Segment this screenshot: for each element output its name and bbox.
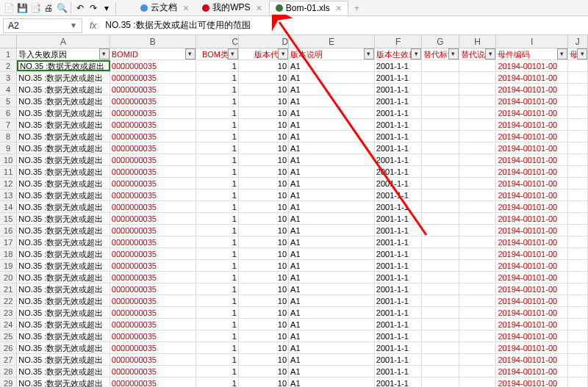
cell[interactable] — [568, 366, 588, 377]
tab-my-wps[interactable]: 我的WPS × — [196, 1, 269, 15]
cell[interactable]: 20194-00101-00 — [496, 72, 567, 83]
cell[interactable]: NO.35 :数据无效或超出 — [17, 84, 110, 95]
cell[interactable] — [459, 236, 497, 247]
row-header[interactable]: 25 — [0, 330, 17, 341]
spreadsheet-grid[interactable]: 1导入失败原因▾BOMID▾BOM类别▾版本代号▾版本说明▾版本生效日▾替代标识… — [0, 48, 588, 387]
cell[interactable] — [422, 72, 459, 83]
cell[interactable] — [568, 201, 588, 212]
cell[interactable]: 10 — [239, 225, 289, 236]
cell[interactable]: 2001-1-1 — [375, 225, 422, 236]
cell[interactable]: A1 — [289, 225, 375, 236]
cell[interactable]: 0000000035 — [110, 142, 196, 153]
cell[interactable]: 10 — [239, 60, 289, 71]
cell[interactable]: 0000000035 — [110, 330, 196, 341]
cell[interactable]: NO.35 :数据无效或超出 — [17, 60, 110, 71]
cell[interactable]: 0000000035 — [110, 154, 196, 165]
cell[interactable] — [568, 342, 588, 353]
cell[interactable]: 20194-00101-00 — [496, 354, 567, 365]
cell[interactable]: 2001-1-1 — [375, 236, 422, 247]
cell[interactable]: A1 — [289, 60, 375, 71]
cell[interactable]: 0000000035 — [110, 236, 196, 247]
cell[interactable] — [568, 189, 588, 200]
cell[interactable]: 1 — [196, 154, 239, 165]
cell[interactable] — [422, 131, 459, 142]
cell[interactable]: NO.35 :数据无效或超出 — [17, 377, 110, 387]
row-header[interactable]: 18 — [0, 248, 17, 259]
cell[interactable]: 2001-1-1 — [375, 295, 422, 306]
cell[interactable]: 2001-1-1 — [375, 272, 422, 283]
cell[interactable]: 2001-1-1 — [375, 248, 422, 259]
cell[interactable]: 2001-1-1 — [375, 307, 422, 318]
cell[interactable] — [422, 283, 459, 294]
cell[interactable] — [459, 142, 497, 153]
print-icon[interactable]: 🖨 — [43, 2, 54, 14]
cell[interactable]: 20194-00101-00 — [496, 154, 567, 165]
saveas-icon[interactable]: 📑 — [29, 2, 41, 14]
cell[interactable] — [422, 119, 459, 130]
cell[interactable] — [459, 225, 497, 236]
cell[interactable]: 1 — [196, 225, 239, 236]
cell[interactable]: A1 — [289, 178, 375, 189]
cell[interactable]: 1 — [196, 166, 239, 177]
cell[interactable]: 2001-1-1 — [375, 377, 422, 387]
cell[interactable]: 20194-00101-00 — [496, 248, 567, 259]
row-header[interactable]: 21 — [0, 283, 17, 294]
cell[interactable]: 1 — [196, 272, 239, 283]
col-header-F[interactable]: F — [375, 35, 422, 48]
new-icon[interactable]: 📄 — [3, 2, 15, 14]
cell[interactable]: 0000000035 — [110, 84, 196, 95]
header-cell-I[interactable]: 母件编码▾ — [496, 48, 567, 59]
filter-icon[interactable]: ▾ — [278, 48, 288, 59]
cell[interactable]: 2001-1-1 — [375, 72, 422, 83]
formula-input[interactable]: NO.35 :数据无效或超出可使用的范围 — [101, 19, 588, 32]
cell[interactable] — [568, 307, 588, 318]
cell[interactable]: 20194-00101-00 — [496, 366, 567, 377]
cell[interactable]: 0000000035 — [110, 95, 196, 106]
cell[interactable]: 20194-00101-00 — [496, 84, 567, 95]
cell[interactable]: 20194-00101-00 — [496, 178, 567, 189]
cell[interactable]: 20194-00101-00 — [496, 213, 567, 224]
close-icon[interactable]: × — [183, 2, 189, 14]
filter-icon[interactable]: ▾ — [411, 48, 421, 59]
cell[interactable]: A1 — [289, 307, 375, 318]
cell[interactable]: 20194-00101-00 — [496, 142, 567, 153]
cell[interactable] — [568, 272, 588, 283]
cell[interactable] — [422, 154, 459, 165]
cell[interactable]: 0000000035 — [110, 272, 196, 283]
cell[interactable]: 0000000035 — [110, 60, 196, 71]
cell[interactable]: 20194-00101-00 — [496, 131, 567, 142]
cell[interactable]: 1 — [196, 142, 239, 153]
cell[interactable] — [568, 107, 588, 118]
cell[interactable]: 0000000035 — [110, 248, 196, 259]
cell[interactable] — [422, 60, 459, 71]
cell[interactable]: A1 — [289, 131, 375, 142]
cell[interactable] — [459, 189, 497, 200]
header-cell-H[interactable]: 替代说明▾ — [459, 48, 497, 59]
cell[interactable]: 1 — [196, 95, 239, 106]
filter-icon[interactable]: ▾ — [485, 48, 495, 59]
cell[interactable] — [459, 272, 497, 283]
filter-icon[interactable]: ▾ — [557, 48, 567, 59]
cell[interactable] — [568, 142, 588, 153]
cell[interactable] — [422, 319, 459, 330]
cell[interactable]: 10 — [239, 95, 289, 106]
row-header[interactable]: 24 — [0, 319, 17, 330]
fx-label[interactable]: fx — [85, 21, 101, 31]
cell[interactable]: A1 — [289, 295, 375, 306]
dropdown-icon[interactable]: ▾ — [101, 2, 112, 14]
cell[interactable]: 10 — [239, 201, 289, 212]
row-header[interactable]: 16 — [0, 225, 17, 236]
cell[interactable]: NO.35 :数据无效或超出 — [17, 283, 110, 294]
cell[interactable]: A1 — [289, 236, 375, 247]
cell[interactable]: 2001-1-1 — [375, 354, 422, 365]
row-header[interactable]: 5 — [0, 95, 17, 106]
cell[interactable] — [568, 236, 588, 247]
row-header[interactable]: 27 — [0, 354, 17, 365]
col-header-J[interactable]: J — [568, 35, 588, 48]
cell[interactable] — [568, 377, 588, 387]
cell[interactable]: 2001-1-1 — [375, 154, 422, 165]
cell[interactable] — [459, 283, 497, 294]
cell[interactable] — [568, 72, 588, 83]
row-header[interactable]: 12 — [0, 178, 17, 189]
cell[interactable]: A1 — [289, 84, 375, 95]
